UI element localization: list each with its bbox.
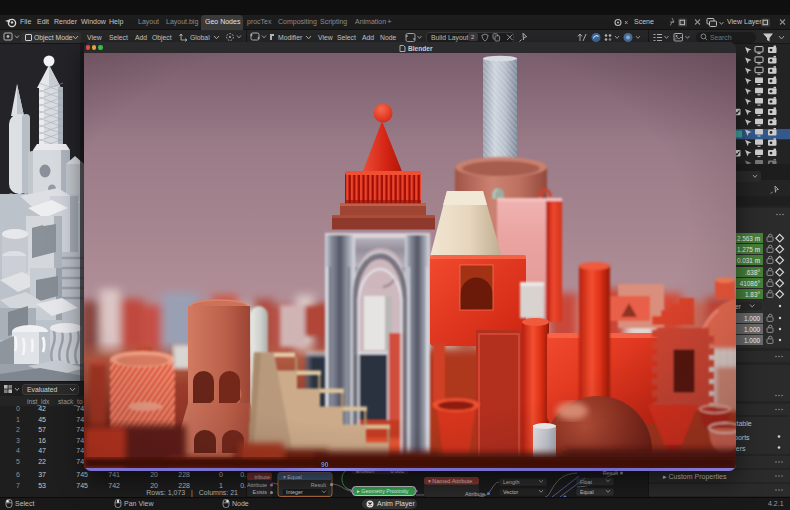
svg-text:.638°: .638° [745, 269, 760, 276]
svg-text:228: 228 [178, 471, 190, 478]
svg-text:Exists: Exists [253, 489, 268, 495]
svg-text:tribute: tribute [254, 474, 270, 480]
svg-text:▸ Geometry Proximity: ▸ Geometry Proximity [357, 488, 409, 494]
svg-text:1.83°: 1.83° [745, 291, 760, 298]
svg-text:2.563 m: 2.563 m [737, 235, 760, 242]
svg-text:741: 741 [108, 471, 120, 478]
svg-text:▸ Custom Properties: ▸ Custom Properties [663, 473, 727, 481]
svg-text:Attribute: Attribute [247, 482, 267, 488]
svg-text:0.: 0. [240, 471, 246, 478]
svg-text:Attribute: Attribute [465, 491, 485, 497]
svg-text:5: 5 [16, 458, 20, 465]
svg-text:745: 745 [76, 471, 88, 478]
svg-text:4: 4 [16, 447, 20, 454]
svg-text:228: 228 [178, 482, 190, 489]
svg-text:37: 37 [38, 471, 46, 478]
svg-text:0: 0 [16, 405, 20, 412]
svg-text:16: 16 [38, 437, 46, 444]
svg-text:1: 1 [16, 416, 20, 423]
svg-text:7: 7 [16, 482, 20, 489]
svg-text:Vector: Vector [503, 489, 518, 495]
svg-text:0.031 m: 0.031 m [737, 257, 760, 264]
svg-text:Float: Float [580, 479, 592, 485]
svg-text:41086°: 41086° [740, 280, 761, 287]
svg-text:22: 22 [38, 458, 46, 465]
svg-text:1: 1 [219, 482, 223, 489]
svg-text:2: 2 [16, 426, 20, 433]
svg-text:▾ Named Attribute: ▾ Named Attribute [428, 478, 472, 484]
svg-text:▾ Equal: ▾ Equal [283, 474, 302, 480]
svg-text:Result: Result [311, 482, 327, 488]
svg-text:0.: 0. [240, 482, 246, 489]
svg-text:3: 3 [16, 437, 20, 444]
svg-text:1.000: 1.000 [744, 315, 760, 322]
svg-text:47: 47 [38, 447, 46, 454]
svg-text:1.275 m: 1.275 m [737, 246, 760, 253]
svg-text:Equal: Equal [580, 489, 594, 495]
svg-text:0: 0 [219, 471, 223, 478]
svg-text:745: 745 [76, 482, 88, 489]
svg-text:1.000: 1.000 [744, 326, 760, 333]
svg-text:20: 20 [150, 482, 158, 489]
svg-text:57: 57 [38, 426, 46, 433]
svg-text:Length: Length [503, 479, 520, 485]
svg-text:6: 6 [16, 471, 20, 478]
svg-text:20: 20 [150, 471, 158, 478]
svg-text:1.000: 1.000 [744, 337, 760, 344]
svg-text:742: 742 [108, 482, 120, 489]
svg-text:Rows: 1,073 | Columns: 21: Rows: 1,073 | Columns: 21 [146, 489, 238, 497]
svg-text:Integer: Integer [286, 489, 303, 495]
svg-text:42: 42 [38, 405, 46, 412]
svg-text:53: 53 [38, 482, 46, 489]
svg-text:45: 45 [38, 416, 46, 423]
